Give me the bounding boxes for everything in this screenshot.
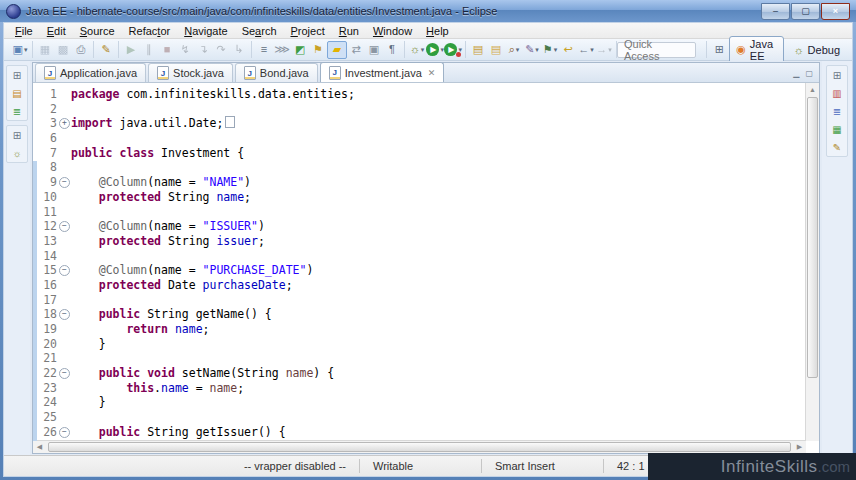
restore-view-icon[interactable]: ⊞: [9, 128, 25, 142]
restore-view-icon[interactable]: ⊞: [829, 68, 845, 82]
collapse-fold-icon[interactable]: −: [59, 221, 70, 232]
code-line: 17: [33, 293, 806, 308]
menu-file[interactable]: File: [8, 24, 40, 38]
vertical-scrollbar[interactable]: ▲: [805, 83, 819, 441]
resume-icon[interactable]: ▶: [122, 42, 140, 58]
toolbar-group: ▶∥■↯↴↷↳: [119, 41, 252, 58]
run-icon[interactable]: ▶▾: [426, 42, 444, 58]
collapse-fold-icon[interactable]: −: [59, 177, 70, 188]
servers-icon[interactable]: ▦: [829, 122, 845, 136]
menu-edit[interactable]: Edit: [40, 24, 73, 38]
perspective-java-ee[interactable]: ◉Java EE: [729, 36, 784, 64]
menu-project[interactable]: Project: [284, 24, 332, 38]
forward-icon[interactable]: →▾: [595, 42, 613, 58]
code-line: 15− @Column(name = "PURCHASE_DATE"): [33, 263, 806, 278]
chevron-down-icon[interactable]: ▾: [535, 46, 539, 53]
tab-stock-java[interactable]: JStock.java: [148, 63, 233, 82]
menu-search[interactable]: Search: [235, 24, 284, 38]
mark-occurrences-icon[interactable]: ▰: [327, 41, 347, 59]
scroll-up-icon[interactable]: ▲: [806, 83, 819, 96]
tab-bond-java[interactable]: JBond.java: [235, 63, 318, 82]
scroll-left-icon[interactable]: ◀: [33, 443, 46, 451]
save-all-icon[interactable]: ▩: [54, 42, 72, 58]
chevron-down-icon[interactable]: ▾: [516, 46, 520, 53]
step-into-icon[interactable]: ↴: [194, 42, 212, 58]
annotate-icon[interactable]: ✎▾: [523, 42, 541, 58]
perspective-debug[interactable]: ☼Debug: [787, 43, 846, 57]
outline-icon[interactable]: ≣: [829, 104, 845, 118]
restore-view-icon[interactable]: ⊞: [9, 68, 25, 82]
chevron-down-icon[interactable]: ▾: [590, 46, 594, 53]
scroll-right-icon[interactable]: ▶: [793, 443, 806, 451]
pencil-slash-icon[interactable]: ✎: [97, 42, 115, 58]
collapse-fold-icon[interactable]: −: [59, 265, 70, 276]
menu-source[interactable]: Source: [73, 24, 122, 38]
code-text: this.name = name;: [71, 381, 806, 396]
fold-margin: [58, 410, 71, 425]
maximize-editor-button[interactable]: ▢: [805, 69, 813, 78]
forward-icon: →: [596, 44, 607, 55]
quick-access-input[interactable]: Quick Access: [617, 42, 696, 58]
search-icon[interactable]: ⌕▾: [505, 42, 523, 58]
chevron-down-icon[interactable]: ▾: [421, 46, 425, 53]
open-type-icon[interactable]: ▤: [469, 42, 487, 58]
disconnect-icon[interactable]: ↯: [176, 42, 194, 58]
debug-config-icon[interactable]: ☼▾: [408, 42, 426, 58]
open-perspective-icon[interactable]: ⊞: [713, 42, 727, 58]
code-editor[interactable]: 1package com.infiniteskills.data.entitie…: [33, 83, 806, 441]
tab-investment-java[interactable]: JInvestment.java✕: [320, 62, 445, 82]
profile-icon[interactable]: ⚑▾: [541, 42, 559, 58]
maximize-window-button[interactable]: ▢: [791, 3, 820, 20]
debug-config-icon: ☼: [410, 44, 420, 55]
link-with-editor-icon[interactable]: ⇄: [347, 42, 365, 58]
save-icon[interactable]: ▦: [36, 42, 54, 58]
last-edit-location-icon[interactable]: ↩: [559, 42, 577, 58]
chevron-down-icon[interactable]: ▾: [554, 46, 558, 53]
collapse-fold-icon[interactable]: −: [59, 427, 70, 438]
skip-breakpoints-icon[interactable]: ≡: [255, 42, 273, 58]
menu-navigate[interactable]: Navigate: [177, 24, 234, 38]
show-whitespace-icon[interactable]: ¶: [383, 42, 401, 58]
step-over-icon[interactable]: ↷: [212, 42, 230, 58]
debug-view-icon[interactable]: ☼: [9, 146, 25, 160]
close-window-button[interactable]: ×: [821, 3, 850, 20]
horizontal-scrollbar[interactable]: ◀ ▶: [33, 440, 806, 453]
step-return-icon[interactable]: ↳: [230, 42, 248, 58]
fold-margin: [58, 102, 71, 117]
minimize-window-button[interactable]: –: [761, 3, 790, 20]
print-icon[interactable]: ⎙: [72, 42, 90, 58]
tab-application-java[interactable]: JApplication.java: [35, 63, 146, 82]
chevron-down-icon[interactable]: ▾: [608, 46, 612, 53]
watermark-text: InfiniteSkills: [721, 457, 818, 477]
view-strip-group: ⊞☼: [6, 125, 28, 163]
vertical-scroll-thumb[interactable]: [807, 97, 818, 378]
back-icon[interactable]: ←▾: [577, 42, 595, 58]
new-wizard-icon[interactable]: ▣▾: [11, 42, 29, 58]
chevron-down-icon[interactable]: ▾: [24, 46, 28, 53]
infiniteskills-watermark: InfiniteSkills .com: [648, 453, 856, 480]
project-explorer-icon[interactable]: ▤: [9, 86, 25, 100]
menu-window[interactable]: Window: [366, 24, 419, 38]
code-line: 7public class Investment {: [33, 146, 806, 161]
step-filters-icon[interactable]: ⋙: [273, 42, 291, 58]
menu-run[interactable]: Run: [332, 24, 366, 38]
collapsed-region-icon[interactable]: [225, 116, 235, 128]
terminate-icon[interactable]: ■: [158, 42, 176, 58]
collapse-fold-icon[interactable]: −: [59, 368, 70, 379]
torch-icon[interactable]: ⚑: [309, 42, 327, 58]
task-list-icon[interactable]: ▥: [829, 86, 845, 100]
coverage-run-icon[interactable]: ▶▾: [444, 42, 462, 58]
horizontal-scroll-thumb[interactable]: [48, 442, 791, 452]
menu-help[interactable]: Help: [419, 24, 456, 38]
open-resource-icon[interactable]: ▤: [487, 42, 505, 58]
collapse-fold-icon[interactable]: −: [59, 309, 70, 320]
expand-fold-icon[interactable]: +: [59, 118, 70, 129]
suspend-icon[interactable]: ∥: [140, 42, 158, 58]
minimize-editor-button[interactable]: ▁: [793, 69, 799, 78]
annotation-pencil-icon[interactable]: ✎: [829, 140, 845, 154]
close-tab-icon[interactable]: ✕: [428, 68, 436, 78]
menu-refactor[interactable]: Refactor: [122, 24, 178, 38]
coverage-mode-icon[interactable]: ◩: [291, 42, 309, 58]
show-selected-element-icon[interactable]: ▣: [365, 42, 383, 58]
type-hierarchy-icon[interactable]: ≣: [9, 104, 25, 118]
